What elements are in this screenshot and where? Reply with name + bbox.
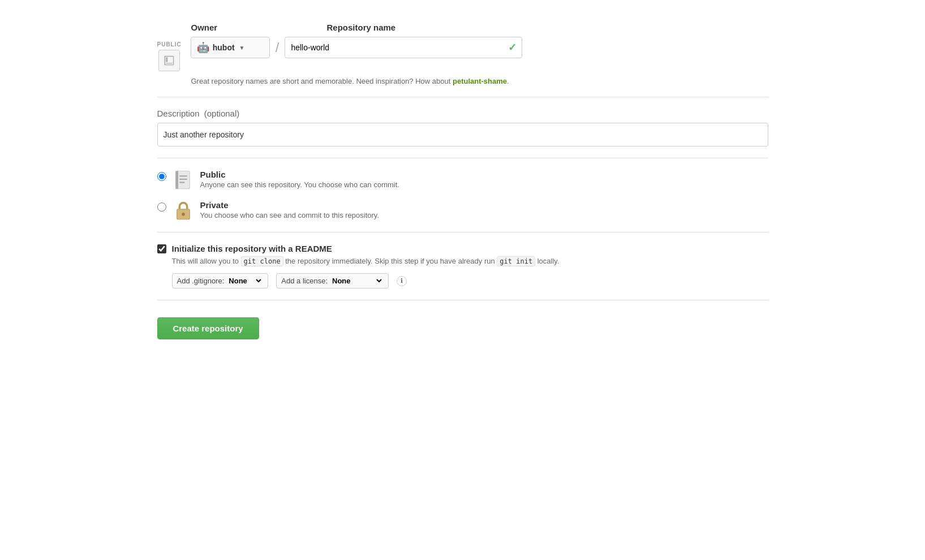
owner-label: Owner xyxy=(191,23,218,32)
gitignore-dropdown-wrapper[interactable]: Add .gitignore: None Python Node Java Ru… xyxy=(172,273,269,288)
owner-avatar-emoji: 🤖 xyxy=(197,41,209,54)
owner-name: hubot xyxy=(213,43,235,52)
chevron-down-icon: ▼ xyxy=(239,45,245,51)
initialize-row: Initialize this repository with a README xyxy=(157,244,768,253)
checkmark-icon: ✓ xyxy=(508,41,517,54)
public-option: Public Anyone can see this repository. Y… xyxy=(157,170,768,190)
gitignore-label: Add .gitignore: xyxy=(177,277,225,285)
private-title: Private xyxy=(200,200,380,210)
description-input[interactable] xyxy=(157,123,768,147)
book-icon xyxy=(163,54,175,67)
dropdowns-row: Add .gitignore: None Python Node Java Ru… xyxy=(172,273,768,288)
book-public-icon xyxy=(173,170,193,190)
license-label: Add a license: xyxy=(281,277,328,285)
visibility-section: Public Anyone can see this repository. Y… xyxy=(157,170,768,221)
repo-name-input[interactable] xyxy=(285,37,522,58)
description-section: Description (optional) xyxy=(157,109,768,147)
page-container: Owner Repository name PUBLIC 🤖 hubot ▼ / xyxy=(123,0,802,362)
public-radio[interactable] xyxy=(157,172,166,181)
repo-icon-box xyxy=(158,50,180,71)
gitignore-select[interactable]: None Python Node Java Ruby xyxy=(226,276,263,286)
section-divider-1 xyxy=(157,97,768,97)
public-label-group: Public Anyone can see this repository. Y… xyxy=(200,170,399,189)
create-repository-button[interactable]: Create repository xyxy=(157,317,259,339)
repo-name-wrapper: ✓ xyxy=(285,37,522,58)
private-option: Private You choose who can see and commi… xyxy=(157,200,768,221)
repo-name-label: Repository name xyxy=(327,23,396,32)
svg-point-6 xyxy=(182,213,184,216)
initialize-section: Initialize this repository with a README… xyxy=(157,244,768,288)
svg-rect-1 xyxy=(175,171,178,189)
init-readme-label[interactable]: Initialize this repository with a README xyxy=(172,244,332,253)
license-info-icon[interactable]: ℹ xyxy=(397,276,407,286)
section-divider-4 xyxy=(157,300,768,300)
lock-private-icon xyxy=(173,200,193,221)
license-dropdown-wrapper[interactable]: Add a license: None MIT License Apache 2… xyxy=(276,273,389,288)
init-readme-checkbox[interactable] xyxy=(157,244,166,253)
section-divider-2 xyxy=(157,158,768,158)
init-readme-desc: This will allow you to git clone the rep… xyxy=(172,257,768,265)
public-badge: PUBLIC xyxy=(157,41,182,71)
public-text: PUBLIC xyxy=(157,41,182,48)
public-title: Public xyxy=(200,170,399,179)
private-desc: You choose who can see and commit to thi… xyxy=(200,211,380,219)
owner-dropdown[interactable]: 🤖 hubot ▼ xyxy=(191,37,270,58)
section-divider-3 xyxy=(157,232,768,232)
description-label: Description (optional) xyxy=(157,109,768,118)
slash-divider: / xyxy=(270,37,285,58)
private-label-group: Private You choose who can see and commi… xyxy=(200,200,380,219)
hint-text: Great repository names are short and mem… xyxy=(191,77,768,85)
suggestion-link[interactable]: petulant-shame xyxy=(453,77,507,85)
license-select[interactable]: None MIT License Apache 2.0 GPL v3 xyxy=(330,276,384,286)
public-desc: Anyone can see this repository. You choo… xyxy=(200,180,399,189)
private-radio[interactable] xyxy=(157,203,166,212)
